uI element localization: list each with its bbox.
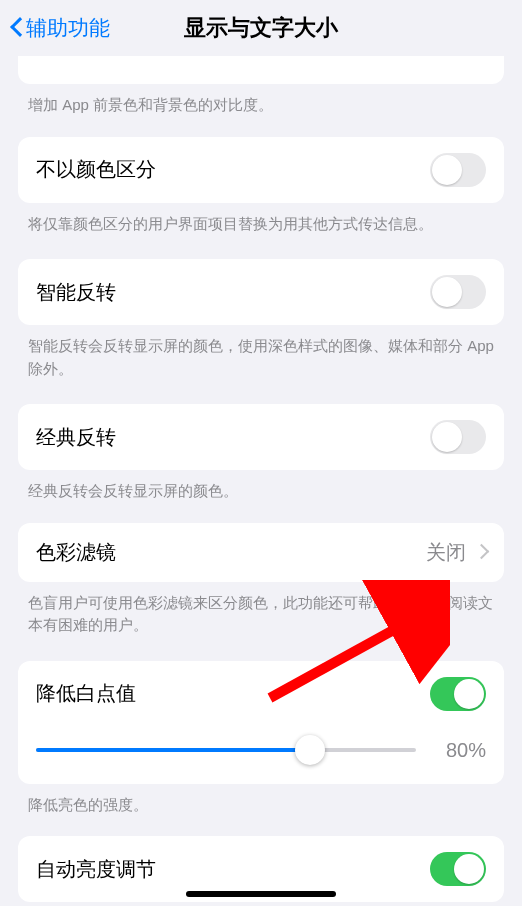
classic-invert-cell[interactable]: 经典反转 bbox=[18, 404, 504, 470]
home-indicator[interactable] bbox=[186, 891, 336, 897]
slider-thumb[interactable] bbox=[295, 735, 325, 765]
back-button[interactable]: 辅助功能 bbox=[10, 14, 110, 42]
smart-invert-cell[interactable]: 智能反转 bbox=[18, 259, 504, 325]
classic-invert-toggle[interactable] bbox=[430, 420, 486, 454]
page-title: 显示与文字大小 bbox=[184, 13, 338, 43]
smart-invert-label: 智能反转 bbox=[36, 279, 116, 306]
auto-brightness-hint: 关闭自动亮度调节可能会影响电池续航能力和显示屏长期性能。 bbox=[0, 902, 522, 906]
color-filters-label: 色彩滤镜 bbox=[36, 539, 116, 566]
color-filters-cell[interactable]: 色彩滤镜 关闭 bbox=[18, 523, 504, 582]
smart-invert-toggle[interactable] bbox=[430, 275, 486, 309]
reduce-white-percent: 80% bbox=[432, 739, 486, 762]
auto-brightness-label: 自动亮度调节 bbox=[36, 856, 156, 883]
color-filters-value: 关闭 bbox=[426, 539, 466, 566]
chevron-right-icon bbox=[476, 544, 486, 560]
color-filters-hint: 色盲用户可使用色彩滤镜来区分颜色，此功能还可帮助在屏幕上阅读文本有困难的用户。 bbox=[0, 582, 522, 661]
differentiate-cell[interactable]: 不以颜色区分 bbox=[18, 137, 504, 203]
reduce-white-toggle[interactable] bbox=[430, 677, 486, 711]
reduce-white-slider[interactable] bbox=[36, 748, 416, 752]
auto-brightness-toggle[interactable] bbox=[430, 852, 486, 886]
differentiate-label: 不以颜色区分 bbox=[36, 156, 156, 183]
smart-invert-hint: 智能反转会反转显示屏的颜色，使用深色样式的图像、媒体和部分 App 除外。 bbox=[0, 325, 522, 404]
classic-invert-hint: 经典反转会反转显示屏的颜色。 bbox=[0, 470, 522, 523]
back-label: 辅助功能 bbox=[26, 14, 110, 42]
differentiate-hint: 将仅靠颜色区分的用户界面项目替换为用其他方式传达信息。 bbox=[0, 203, 522, 260]
classic-invert-label: 经典反转 bbox=[36, 424, 116, 451]
differentiate-toggle[interactable] bbox=[430, 153, 486, 187]
reduce-white-label: 降低白点值 bbox=[36, 680, 136, 707]
chevron-left-icon bbox=[10, 16, 24, 40]
reduce-white-hint: 降低亮色的强度。 bbox=[0, 784, 522, 837]
contrast-cell-partial bbox=[18, 56, 504, 84]
contrast-hint: 增加 App 前景色和背景色的对比度。 bbox=[0, 84, 522, 137]
reduce-white-block: 降低白点值 80% bbox=[18, 661, 504, 784]
